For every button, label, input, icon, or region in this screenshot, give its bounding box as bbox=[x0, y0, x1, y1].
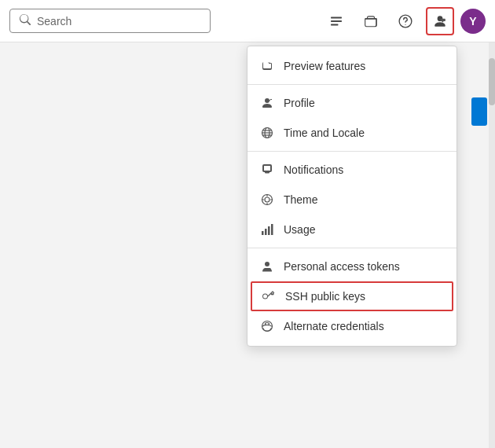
scrollbar[interactable] bbox=[489, 42, 495, 448]
theme-icon bbox=[260, 193, 274, 207]
personal-access-tokens-icon bbox=[260, 259, 274, 274]
usage-label: Usage bbox=[284, 223, 315, 236]
menu-item-ssh-public-keys[interactable]: SSH public keys bbox=[251, 281, 453, 311]
avatar-label: Y bbox=[469, 15, 476, 28]
profile-label: Profile bbox=[284, 97, 315, 109]
svg-rect-18 bbox=[271, 224, 273, 235]
svg-point-5 bbox=[444, 19, 446, 20]
svg-point-13 bbox=[265, 197, 270, 202]
search-box[interactable]: Search bbox=[9, 9, 211, 33]
search-icon bbox=[20, 14, 31, 28]
svg-rect-16 bbox=[265, 229, 267, 235]
menu-item-theme[interactable]: Theme bbox=[248, 185, 456, 215]
time-locale-label: Time and Locale bbox=[284, 127, 365, 139]
menu-item-notifications[interactable]: Notifications bbox=[248, 155, 456, 185]
help-button[interactable] bbox=[391, 7, 420, 35]
avatar-button[interactable]: Y bbox=[460, 9, 486, 34]
background-blue-button bbox=[471, 97, 487, 126]
menu-item-time-locale[interactable]: Time and Locale bbox=[248, 118, 456, 148]
svg-rect-15 bbox=[262, 231, 264, 235]
ssh-public-keys-label: SSH public keys bbox=[285, 290, 365, 303]
time-locale-icon bbox=[260, 126, 274, 140]
divider-1 bbox=[248, 84, 456, 85]
alternate-credentials-icon bbox=[260, 319, 274, 333]
usage-icon bbox=[260, 222, 274, 237]
svg-line-7 bbox=[271, 99, 272, 100]
tasks-button[interactable] bbox=[322, 7, 350, 35]
menu-item-alternate-credentials[interactable]: Alternate credentials bbox=[248, 311, 456, 341]
search-input-label: Search bbox=[37, 15, 72, 28]
menu-item-profile[interactable]: Profile bbox=[248, 88, 456, 118]
user-dropdown-menu: Preview features Profile Time and Locale bbox=[247, 46, 457, 347]
preview-features-icon bbox=[260, 59, 274, 73]
divider-2 bbox=[248, 151, 456, 152]
scrollbar-thumb[interactable] bbox=[489, 58, 495, 105]
ssh-public-keys-icon bbox=[262, 289, 276, 303]
preview-features-label: Preview features bbox=[284, 60, 365, 72]
marketplace-button[interactable] bbox=[357, 7, 385, 35]
menu-item-preview-features[interactable]: Preview features bbox=[248, 51, 456, 81]
menu-item-usage[interactable]: Usage bbox=[248, 215, 456, 244]
header-icons: Y bbox=[322, 7, 486, 35]
svg-rect-17 bbox=[268, 226, 270, 235]
menu-item-personal-access-tokens[interactable]: Personal access tokens bbox=[248, 252, 456, 281]
notifications-label: Notifications bbox=[284, 163, 343, 176]
user-settings-button[interactable] bbox=[426, 7, 454, 35]
notifications-icon bbox=[260, 163, 274, 177]
alternate-credentials-label: Alternate credentials bbox=[284, 320, 384, 332]
divider-3 bbox=[248, 248, 456, 248]
theme-label: Theme bbox=[284, 193, 318, 206]
profile-icon bbox=[260, 96, 274, 110]
svg-point-4 bbox=[405, 24, 405, 24]
header: Search bbox=[0, 0, 495, 42]
personal-access-tokens-label: Personal access tokens bbox=[284, 260, 400, 273]
